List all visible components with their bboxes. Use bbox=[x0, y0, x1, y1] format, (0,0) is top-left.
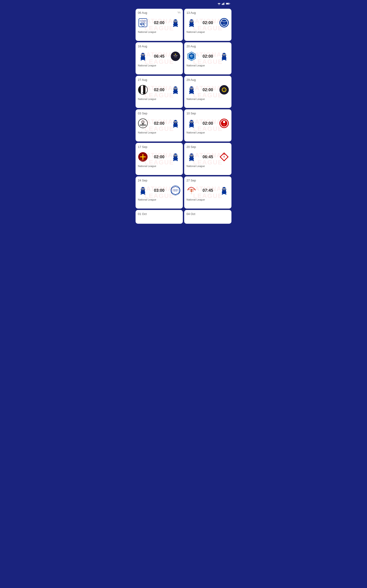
match-card-m12[interactable]: 27 Sep NATIONALLEAGUE K H FC 07:45 bbox=[184, 176, 232, 208]
match-date: 17 Sep bbox=[138, 145, 181, 149]
match-league: National League bbox=[138, 31, 181, 33]
matches-grid: 06 Aug Vs NATIONALLEAGUE SOUTHEND UNITED… bbox=[134, 7, 233, 225]
svg-point-48 bbox=[141, 56, 145, 60]
match-time: 02:00 bbox=[197, 54, 219, 59]
match-teams: FC 02:00 bbox=[138, 83, 181, 97]
home-team-logo: C bbox=[186, 51, 197, 61]
match-card-m2[interactable]: 13 Aug NATIONALLEAGUE 02:00 ALDERSHOT T bbox=[184, 9, 232, 41]
match-league: National League bbox=[186, 198, 229, 201]
match-teams: 06:45 FC HALIFAX TOWN bbox=[138, 50, 181, 64]
battery-icon bbox=[226, 2, 230, 5]
home-team-logo bbox=[138, 185, 148, 195]
match-time: 06:45 bbox=[148, 54, 170, 59]
match-card-m4[interactable]: 20 Aug NATIONALLEAGUE C 02:00 bbox=[184, 42, 232, 74]
match-teams: 02:00 DW bbox=[186, 117, 229, 131]
svg-point-20 bbox=[176, 21, 177, 22]
home-team-logo bbox=[186, 85, 197, 95]
svg-text:OXFORD: OXFORD bbox=[173, 189, 178, 191]
home-team-logo: GFC bbox=[138, 118, 148, 128]
match-time: 06:45 bbox=[197, 155, 219, 159]
svg-point-32 bbox=[189, 23, 194, 26]
svg-point-22 bbox=[173, 23, 178, 26]
svg-rect-94 bbox=[193, 93, 194, 94]
signal-icon bbox=[222, 2, 225, 5]
match-card-m9[interactable]: 17 Sep NATIONALLEAGUE BROMLEY FC 02:00 bbox=[135, 143, 183, 175]
match-league: National League bbox=[138, 98, 181, 100]
match-date: 20 Sep bbox=[186, 145, 229, 149]
svg-rect-4 bbox=[224, 2, 224, 5]
svg-point-167 bbox=[142, 188, 142, 189]
match-time: 07:45 bbox=[197, 188, 219, 193]
match-league: National League bbox=[138, 198, 181, 201]
match-card-m13[interactable]: 01 Oct bbox=[135, 210, 183, 224]
svg-point-90 bbox=[192, 88, 193, 89]
svg-point-46 bbox=[143, 54, 144, 55]
svg-rect-13 bbox=[140, 24, 142, 25]
match-time: 02:00 bbox=[148, 155, 170, 159]
svg-rect-171 bbox=[141, 194, 142, 195]
svg-text:H: H bbox=[192, 190, 194, 192]
svg-point-126 bbox=[189, 123, 194, 127]
match-league: National League bbox=[138, 64, 181, 67]
match-date: 27 Sep bbox=[186, 179, 229, 182]
svg-text:Y: Y bbox=[223, 156, 225, 158]
svg-rect-69 bbox=[225, 60, 226, 61]
away-team-logo bbox=[170, 85, 181, 95]
match-card-m5[interactable]: 27 Aug NATIONALLEAGUE FC 02:00 bbox=[135, 76, 183, 108]
svg-point-145 bbox=[176, 155, 177, 156]
match-time: 02:00 bbox=[148, 87, 170, 92]
svg-text:HALIFAX: HALIFAX bbox=[173, 55, 177, 56]
svg-point-89 bbox=[190, 88, 191, 89]
home-team-logo bbox=[186, 152, 197, 162]
svg-point-67 bbox=[222, 56, 226, 60]
match-card-m6[interactable]: 29 Aug NATIONALLEAGUE 02:00 bbox=[184, 76, 232, 108]
svg-point-170 bbox=[141, 190, 145, 194]
svg-point-114 bbox=[176, 121, 177, 122]
svg-rect-68 bbox=[222, 60, 223, 61]
svg-point-154 bbox=[190, 155, 191, 156]
svg-text:CITY FC: CITY FC bbox=[173, 191, 177, 192]
svg-rect-127 bbox=[189, 127, 190, 128]
svg-text:DW: DW bbox=[223, 124, 225, 125]
home-team-logo bbox=[186, 118, 197, 128]
match-teams: 03:00 OXFORD CITY FC bbox=[138, 184, 181, 198]
away-team-logo: M bbox=[219, 85, 229, 95]
match-date: 20 Aug bbox=[186, 44, 229, 48]
home-team-logo: SOUTHEND UNITED bbox=[138, 18, 148, 28]
match-card-m8[interactable]: 10 Sep NATIONALLEAGUE 02:00 bbox=[184, 109, 232, 141]
svg-rect-117 bbox=[173, 127, 174, 128]
away-team-logo: OXFORD CITY FC bbox=[170, 185, 181, 195]
match-date: 04 Oct bbox=[186, 212, 229, 216]
svg-rect-118 bbox=[177, 127, 178, 128]
svg-rect-149 bbox=[177, 160, 178, 161]
match-league: National League bbox=[186, 31, 229, 33]
home-team-logo bbox=[186, 18, 197, 28]
svg-rect-6 bbox=[226, 3, 229, 4]
svg-text:FC: FC bbox=[191, 193, 192, 194]
match-card-m1[interactable]: 06 Aug Vs NATIONALLEAGUE SOUTHEND UNITED… bbox=[135, 9, 183, 41]
svg-point-45 bbox=[142, 54, 142, 55]
svg-rect-2 bbox=[223, 3, 223, 5]
match-date: 01 Oct bbox=[138, 212, 181, 216]
svg-point-168 bbox=[143, 188, 144, 189]
svg-rect-3 bbox=[223, 3, 224, 5]
svg-point-116 bbox=[173, 123, 178, 127]
svg-point-29 bbox=[190, 21, 191, 22]
svg-rect-24 bbox=[177, 26, 178, 27]
svg-text:GFC: GFC bbox=[142, 126, 144, 127]
match-teams: BROMLEY FC 02:00 bbox=[138, 150, 181, 164]
svg-rect-158 bbox=[189, 160, 190, 161]
svg-point-155 bbox=[192, 155, 193, 156]
svg-text:TOWN: TOWN bbox=[174, 56, 177, 57]
match-card-m14[interactable]: 04 Oct bbox=[184, 210, 232, 224]
away-team-logo bbox=[170, 18, 181, 28]
svg-point-19 bbox=[174, 21, 175, 22]
match-time: 02:00 bbox=[197, 121, 219, 126]
match-card-m10[interactable]: 20 Sep NATIONALLEAGUE 06:45 Y bbox=[184, 143, 232, 175]
svg-point-185 bbox=[223, 188, 224, 189]
match-time: 02:00 bbox=[148, 20, 170, 25]
match-league: National League bbox=[138, 165, 181, 167]
match-card-m11[interactable]: 24 Sep NATIONALLEAGUE 03:00 OXFORD bbox=[135, 176, 183, 208]
match-card-m7[interactable]: 03 Sep NATIONALLEAGUE GFC 02:00 bbox=[135, 109, 183, 141]
match-card-m3[interactable]: 16 Aug NATIONALLEAGUE 06:45 FC HALIFAX T bbox=[135, 42, 183, 74]
